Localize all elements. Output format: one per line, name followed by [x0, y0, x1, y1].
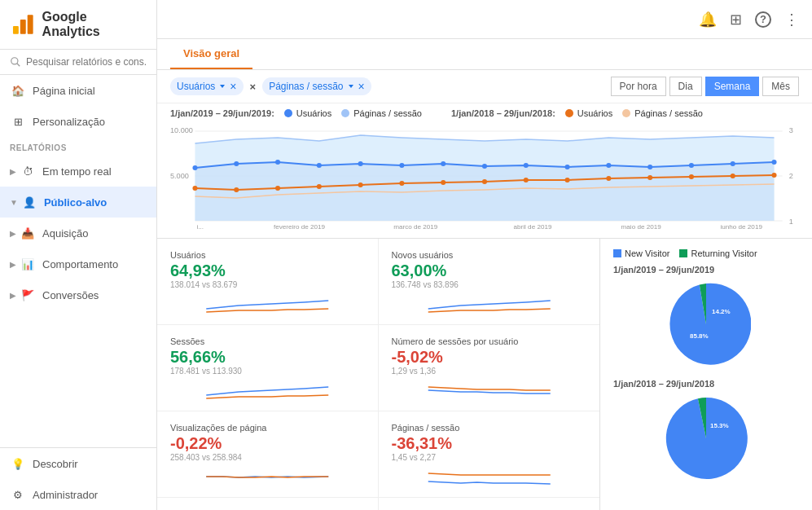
- legend-paginas-2019: Páginas / sessão: [341, 108, 422, 118]
- metric-value-visualizacoes: -0,22%: [170, 434, 365, 453]
- chevron-right-icon2: ▶: [10, 229, 16, 238]
- app-title: Google Analytics: [42, 10, 147, 39]
- sidebar-bottom: 💡 Descobrir ⚙ Administrador: [0, 447, 156, 510]
- metric-sub-sessoes-usuario: 1,29 vs 1,36: [392, 367, 587, 376]
- svg-line-4: [17, 64, 20, 67]
- pie-legend-label-returning: Returning Visitor: [691, 248, 757, 258]
- sidebar-item-realtime[interactable]: ▶ ⏱ Em tempo real: [0, 156, 156, 187]
- search-icon: [10, 56, 21, 68]
- sidebar: Google Analytics 🏠 Página inicial ⊞ Pers…: [0, 0, 157, 510]
- svg-text:15.3%: 15.3%: [710, 422, 729, 429]
- sidebar-item-behavior[interactable]: ▶ 📊 Comportamento: [0, 248, 156, 279]
- sparkline-novos-usuarios: [392, 292, 587, 315]
- legend-label-paginas-2019: Páginas / sessão: [353, 108, 422, 118]
- topbar: 🔔 ⊞ ? ⋮: [157, 0, 812, 39]
- svg-rect-0: [13, 26, 19, 34]
- pie-chart-2018: 15.3%: [613, 393, 799, 483]
- svg-point-39: [317, 184, 322, 189]
- svg-rect-1: [20, 20, 26, 34]
- legend-dot-blue: [284, 109, 292, 117]
- svg-text:fevereiro de 2019: fevereiro de 2019: [274, 223, 326, 229]
- reports-section-label: RELATÓRIOS: [0, 137, 156, 156]
- sidebar-item-admin[interactable]: ⚙ Administrador: [0, 479, 156, 510]
- sidebar-item-audience[interactable]: ▼ 👤 Público-alvo: [0, 187, 156, 218]
- sidebar-item-personalization-label: Personalização: [33, 116, 105, 128]
- tab-overview[interactable]: Visão geral: [170, 39, 252, 69]
- metric-sub-sessoes: 178.481 vs 113.930: [170, 367, 365, 376]
- sidebar-header: Google Analytics: [0, 0, 156, 50]
- svg-point-37: [234, 187, 239, 192]
- chip-paginas-close-icon[interactable]: ×: [358, 80, 365, 93]
- metric-card-novos-usuarios: Novos usuários 63,00% 136.748 vs 83.896: [379, 239, 600, 325]
- help-icon[interactable]: ?: [755, 11, 771, 28]
- metric-label-sessoes: Sessões: [170, 336, 365, 346]
- svg-marker-6: [349, 85, 353, 88]
- time-btn-por-hora[interactable]: Por hora: [611, 77, 666, 96]
- metric-card-usuarios: Usuários 64,93% 138.014 vs 83.679: [157, 239, 379, 325]
- svg-point-27: [441, 161, 446, 166]
- svg-point-31: [606, 163, 611, 168]
- pie-legend-label-new: New Visitor: [625, 248, 669, 258]
- google-analytics-logo: [10, 11, 36, 37]
- time-btn-dia[interactable]: Dia: [669, 77, 702, 96]
- metric-label-visualizacoes: Visualizações de página: [170, 423, 365, 433]
- svg-text:junho de 2019: junho de 2019: [719, 223, 762, 229]
- chip-usuarios[interactable]: Usuários ×: [170, 77, 244, 95]
- audience-icon: 👤: [21, 194, 37, 210]
- sidebar-item-conversions[interactable]: ▶ 🚩 Conversões: [0, 279, 156, 310]
- metric-sub-novos-usuarios: 136.748 vs 83.896: [392, 280, 587, 289]
- svg-text:abril de 2019: abril de 2019: [514, 223, 552, 229]
- chip-usuarios-close-icon[interactable]: ×: [230, 80, 236, 93]
- apps-icon[interactable]: ⊞: [730, 11, 742, 29]
- metric-card-sessoes: Sessões 56,66% 178.481 vs 113.930: [157, 325, 379, 411]
- chevron-right-icon4: ▶: [10, 291, 16, 300]
- svg-point-35: [771, 160, 776, 165]
- metric-card-paginas-sessao: Páginas / sessão -36,31% 1,45 vs 2,27: [379, 411, 600, 498]
- metric-label-paginas-sessao: Páginas / sessão: [392, 423, 587, 433]
- search-input[interactable]: [26, 56, 147, 68]
- more-menu-icon[interactable]: ⋮: [784, 11, 799, 29]
- legend-dot-lightorange: [622, 109, 630, 117]
- chip-separator: ×: [250, 81, 257, 93]
- svg-point-40: [358, 182, 363, 187]
- conversions-icon: 🚩: [20, 287, 36, 303]
- svg-point-47: [647, 175, 652, 180]
- bell-icon[interactable]: 🔔: [699, 11, 717, 29]
- sidebar-item-home-label: Página inicial: [33, 85, 95, 97]
- chip-paginas-sessao[interactable]: Páginas / sessão ×: [262, 77, 371, 95]
- svg-point-45: [565, 178, 570, 182]
- legend-label-paginas-2018: Páginas / sessão: [634, 108, 703, 118]
- svg-text:3: 3: [789, 126, 793, 134]
- sidebar-item-behavior-label: Comportamento: [42, 258, 118, 270]
- discover-icon: 💡: [10, 455, 26, 472]
- chart-legend: 1/jan/2019 – 29/jun/2019: Usuários Págin…: [157, 103, 812, 120]
- svg-point-44: [524, 178, 529, 182]
- svg-point-33: [689, 163, 694, 168]
- chevron-right-icon: ▶: [10, 167, 16, 176]
- search-bar[interactable]: [0, 50, 156, 75]
- time-btn-mes[interactable]: Mês: [762, 77, 799, 96]
- tab-bar: Visão geral: [157, 39, 812, 70]
- time-btn-semana[interactable]: Semana: [705, 77, 760, 96]
- chart-container: 10.000 5.000 3 2 1 j... fevereiro de 201…: [157, 120, 812, 239]
- pie-title-2018: 1/jan/2018 – 29/jun/2018: [613, 379, 799, 389]
- sidebar-item-home[interactable]: 🏠 Página inicial: [0, 75, 156, 106]
- chevron-down-icon: ▼: [10, 198, 18, 207]
- metric-label-usuarios: Usuários: [170, 250, 365, 260]
- svg-point-29: [524, 163, 529, 168]
- svg-text:5.000: 5.000: [170, 172, 189, 180]
- pie-title-2019: 1/jan/2019 – 29/jun/2019: [613, 265, 799, 275]
- sidebar-item-admin-label: Administrador: [33, 489, 98, 501]
- sidebar-item-discover-label: Descobrir: [33, 458, 78, 470]
- sidebar-item-acquisition[interactable]: ▶ 📥 Aquisição: [0, 218, 156, 248]
- svg-marker-5: [220, 85, 225, 88]
- svg-point-23: [275, 160, 280, 165]
- metrics-grid: Usuários 64,93% 138.014 vs 83.679 Novos …: [157, 239, 600, 510]
- sidebar-item-personalization[interactable]: ⊞ Personalização: [0, 106, 156, 137]
- svg-point-50: [771, 173, 776, 178]
- svg-text:março de 2019: março de 2019: [393, 223, 438, 229]
- metric-card-duracao-media: Duração média da sessão: [157, 498, 379, 510]
- sidebar-item-discover[interactable]: 💡 Descobrir: [0, 448, 156, 479]
- metric-value-sessoes-usuario: -5,02%: [392, 348, 587, 367]
- svg-point-46: [606, 176, 611, 181]
